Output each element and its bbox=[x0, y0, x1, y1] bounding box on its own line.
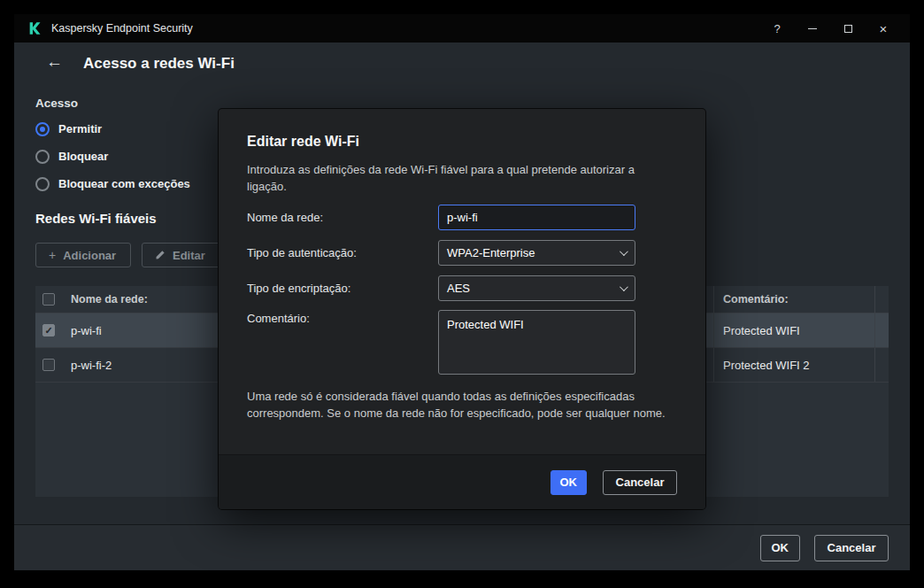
chevron-down-icon bbox=[620, 282, 628, 291]
auth-type-select[interactable]: WPA2-Enterprise bbox=[438, 240, 635, 266]
trusted-networks-heading: Redes Wi-Fi fiáveis bbox=[35, 211, 157, 226]
auth-type-value: WPA2-Enterprise bbox=[447, 246, 535, 259]
radio-option-permitir[interactable]: Permitir bbox=[35, 115, 190, 143]
encryption-type-select[interactable]: AES bbox=[438, 275, 635, 301]
radio-icon bbox=[35, 177, 50, 191]
edit-wifi-dialog: Editar rede Wi-Fi Introduza as definiçõe… bbox=[219, 109, 705, 509]
dialog-title: Editar rede Wi-Fi bbox=[247, 134, 359, 150]
scrollbar-spacer bbox=[874, 286, 889, 313]
back-arrow-icon: ← bbox=[46, 52, 63, 71]
pencil-icon bbox=[155, 250, 166, 260]
network-comment: Protected WIFI bbox=[713, 313, 874, 347]
radio-option-bloquear-excecoes[interactable]: Bloquear com exceções bbox=[35, 170, 190, 197]
radio-option-bloquear[interactable]: Bloquear bbox=[35, 143, 190, 170]
titlebar: Kaspersky Endpoint Security ? × bbox=[14, 14, 910, 43]
close-button[interactable]: × bbox=[866, 14, 901, 43]
back-button[interactable]: ← bbox=[46, 53, 63, 70]
window-controls: ? × bbox=[759, 14, 901, 43]
row-checkbox[interactable]: ✓ bbox=[42, 324, 55, 337]
header-check-cell bbox=[35, 286, 64, 313]
app-title: Kaspersky Endpoint Security bbox=[51, 22, 193, 35]
radio-label: Bloquear com exceções bbox=[58, 177, 190, 190]
encryption-type-value: AES bbox=[447, 282, 470, 295]
help-button[interactable]: ? bbox=[759, 14, 795, 43]
row-checkbox[interactable] bbox=[42, 359, 55, 371]
comment-textarea[interactable]: Protected WIFI bbox=[438, 310, 635, 375]
close-icon: × bbox=[880, 21, 888, 36]
window-ok-button[interactable]: OK bbox=[760, 535, 801, 561]
scrollbar-spacer bbox=[874, 348, 889, 382]
network-comment: Protected WIFI 2 bbox=[713, 348, 874, 382]
minimize-icon bbox=[808, 28, 817, 29]
plus-icon: + bbox=[49, 249, 56, 261]
help-icon: ? bbox=[774, 22, 780, 35]
add-network-button[interactable]: + Adicionar bbox=[35, 243, 131, 267]
check-icon: ✓ bbox=[44, 326, 52, 336]
row-check-cell bbox=[35, 348, 64, 382]
chevron-down-icon bbox=[620, 247, 628, 256]
access-section-heading: Acesso bbox=[35, 97, 78, 110]
table-toolbar: + Adicionar Editar bbox=[35, 243, 227, 267]
access-radio-group: Permitir Bloquear Bloquear com exceções bbox=[35, 115, 190, 197]
auth-type-label: Tipo de autenticação: bbox=[247, 240, 357, 266]
dialog-description: Introduza as definições da rede Wi-Fi fi… bbox=[247, 162, 672, 196]
page-title: Acesso a redes Wi-Fi bbox=[83, 55, 235, 73]
edit-network-button[interactable]: Editar bbox=[142, 243, 227, 267]
dialog-cancel-button[interactable]: Cancelar bbox=[603, 470, 677, 495]
minimize-button[interactable] bbox=[795, 14, 830, 43]
radio-icon bbox=[35, 150, 50, 164]
network-name-label: Nome da rede: bbox=[247, 205, 323, 230]
scrollbar-spacer bbox=[874, 313, 889, 347]
add-network-label: Adicionar bbox=[63, 249, 116, 262]
radio-selected-icon bbox=[35, 122, 50, 136]
comment-label: Comentário: bbox=[247, 310, 310, 328]
window-cancel-button[interactable]: Cancelar bbox=[814, 535, 889, 561]
window-footer: OK Cancelar bbox=[14, 524, 910, 570]
dialog-footer: OK Cancelar bbox=[219, 454, 705, 509]
column-header-comment[interactable]: Comentário: bbox=[713, 286, 874, 313]
select-all-checkbox[interactable] bbox=[42, 293, 55, 306]
radio-label: Permitir bbox=[58, 122, 102, 135]
maximize-icon bbox=[844, 25, 852, 33]
radio-label: Bloquear bbox=[58, 150, 108, 163]
kaspersky-logo-icon bbox=[27, 20, 42, 36]
dialog-ok-button[interactable]: OK bbox=[551, 470, 588, 495]
encryption-type-label: Tipo de encriptação: bbox=[247, 275, 350, 301]
maximize-button[interactable] bbox=[830, 14, 866, 43]
edit-network-label: Editar bbox=[173, 249, 205, 262]
network-name-input[interactable] bbox=[438, 205, 635, 230]
dialog-note: Uma rede só é considerada fiável quando … bbox=[247, 389, 672, 422]
row-check-cell: ✓ bbox=[35, 313, 64, 347]
